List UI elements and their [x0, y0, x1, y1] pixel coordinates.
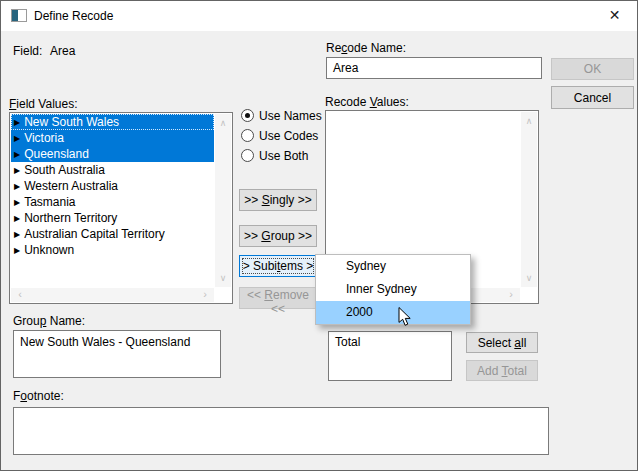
- radio-icon: [241, 109, 254, 122]
- triangle-icon: ▶: [14, 182, 20, 191]
- scroll-down-icon[interactable]: ∨: [521, 271, 537, 285]
- menu-item[interactable]: Inner Sydney: [316, 278, 470, 301]
- menu-item[interactable]: Sydney: [316, 255, 470, 278]
- vertical-scrollbar[interactable]: ∧ ∨: [521, 112, 537, 287]
- scroll-right-icon[interactable]: ›: [504, 288, 518, 302]
- total-name-listbox[interactable]: Total: [328, 331, 452, 381]
- field-label: Field:: [13, 44, 42, 58]
- select-all-button[interactable]: Select all: [466, 332, 538, 353]
- subitems-button[interactable]: > Subitems >: [239, 255, 317, 277]
- triangle-icon: ▶: [14, 230, 20, 239]
- title-bar: Define Recode ✕: [1, 1, 637, 31]
- group-name-box[interactable]: New South Wales - Queensland: [13, 330, 221, 378]
- singly-button[interactable]: >> Singly >>: [239, 189, 317, 211]
- radio-icon: [241, 129, 254, 142]
- vertical-scrollbar[interactable]: ∧ ∨: [215, 114, 231, 287]
- window-title: Define Recode: [34, 1, 113, 31]
- cancel-button[interactable]: Cancel: [551, 86, 634, 109]
- scroll-right-icon[interactable]: ›: [198, 288, 212, 302]
- app-icon: [11, 9, 27, 22]
- scroll-down-icon[interactable]: ∨: [215, 271, 231, 285]
- triangle-icon: ▶: [14, 134, 20, 143]
- triangle-icon: ▶: [14, 246, 20, 255]
- triangle-icon: ▶: [14, 214, 20, 223]
- triangle-icon: ▶: [14, 198, 20, 207]
- cursor-pointer: [398, 307, 413, 331]
- list-item[interactable]: ▶South Australia: [11, 162, 214, 178]
- define-recode-dialog: Define Recode ✕ Field: Area Recode Name:…: [0, 0, 638, 471]
- list-item[interactable]: Total: [329, 332, 451, 352]
- field-values-label: Field Values:: [9, 97, 78, 111]
- radio-icon: [241, 149, 254, 162]
- list-item[interactable]: ▶Tasmania: [11, 194, 214, 210]
- horizontal-scrollbar[interactable]: ‹ ›: [11, 288, 214, 302]
- footnote-box[interactable]: [13, 407, 549, 455]
- scroll-left-icon[interactable]: ‹: [13, 288, 27, 302]
- triangle-icon: ▶: [14, 150, 20, 159]
- recode-name-label: Recode Name:: [326, 41, 406, 55]
- scroll-up-icon[interactable]: ∧: [215, 116, 231, 130]
- footnote-label: Footnote:: [13, 389, 64, 403]
- remove-button[interactable]: << Remove <<: [239, 287, 317, 309]
- list-item[interactable]: ▶Northern Territory: [11, 210, 214, 226]
- subitems-menu: Sydney Inner Sydney 2000: [315, 254, 471, 325]
- field-values-listbox[interactable]: ▶New South Wales ▶Victoria ▶Queensland ▶…: [9, 112, 233, 304]
- menu-item[interactable]: 2000: [316, 301, 470, 324]
- triangle-icon: ▶: [14, 166, 20, 175]
- list-item[interactable]: ▶Western Australia: [11, 178, 214, 194]
- triangle-icon: ▶: [14, 118, 20, 127]
- group-button[interactable]: >> Group >>: [239, 225, 317, 247]
- list-item[interactable]: ▶Australian Capital Territory: [11, 226, 214, 242]
- list-item[interactable]: ▶Queensland: [11, 146, 214, 162]
- list-item[interactable]: ▶New South Wales: [11, 114, 214, 130]
- list-item[interactable]: ▶Unknown: [11, 242, 214, 258]
- recode-values-label: Recode Values:: [325, 95, 409, 109]
- add-total-button[interactable]: Add Total: [466, 360, 538, 381]
- close-button[interactable]: ✕: [592, 1, 637, 30]
- group-name-label: Group Name:: [13, 314, 85, 328]
- scroll-up-icon[interactable]: ∧: [521, 114, 537, 128]
- ok-button[interactable]: OK: [551, 58, 634, 80]
- field-value: Area: [50, 44, 75, 58]
- recode-name-input[interactable]: Area: [326, 57, 542, 79]
- list-item[interactable]: ▶Victoria: [11, 130, 214, 146]
